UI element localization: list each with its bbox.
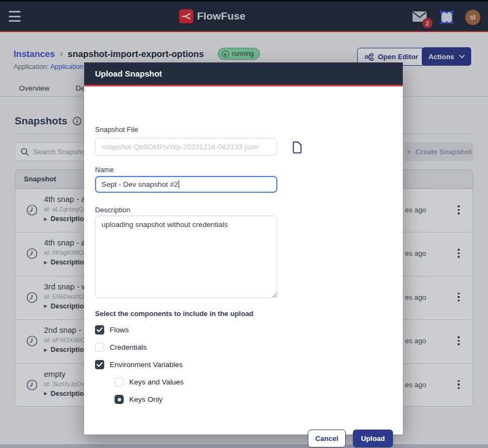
modal-footer: Cancel Upload — [84, 430, 403, 447]
snapshot-file-label: Snapshot File — [95, 125, 138, 134]
keys-only-radio[interactable] — [115, 395, 124, 404]
modal-title: Upload Snapshot — [95, 69, 162, 78]
keys-and-values-radio[interactable] — [115, 377, 124, 387]
credentials-checkbox[interactable] — [95, 343, 104, 352]
option-keys-and-values[interactable]: Keys and Values — [115, 377, 183, 387]
name-input[interactable]: Sept - Dev snapshot #2 — [95, 176, 277, 193]
app-window: FlowFuse 2 st — [0, 0, 488, 448]
environment-variables-checkbox[interactable] — [95, 360, 104, 369]
text-cursor — [179, 180, 179, 188]
option-flows[interactable]: Flows — [95, 325, 129, 335]
cancel-button[interactable]: Cancel — [308, 430, 346, 447]
upload-snapshot-modal: Upload Snapshot Snapshot File Name Sept … — [84, 62, 403, 434]
flows-checkbox[interactable] — [95, 325, 104, 335]
option-environment-variables[interactable]: Environment Variables — [95, 360, 183, 369]
modal-header: Upload Snapshot — [84, 62, 403, 86]
name-label: Name — [95, 166, 114, 174]
option-credentials[interactable]: Credentials — [95, 343, 147, 352]
option-keys-only[interactable]: Keys Only — [115, 395, 163, 404]
snapshot-file-input[interactable] — [95, 138, 277, 156]
upload-button[interactable]: Upload — [353, 430, 393, 447]
components-section-label: Select the components to include in the … — [95, 310, 253, 318]
choose-file-button[interactable] — [290, 140, 304, 155]
file-icon — [292, 141, 302, 154]
description-label: Description — [95, 206, 130, 214]
description-textarea[interactable]: uploading snapshot without credentials — [95, 216, 277, 298]
